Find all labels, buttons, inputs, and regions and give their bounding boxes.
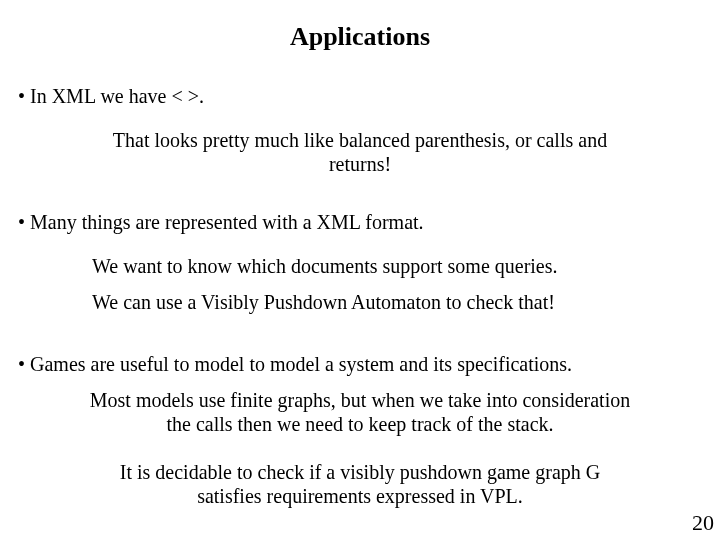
line-balanced-1: That looks pretty much like balanced par… bbox=[0, 128, 720, 152]
line-models-2: the calls then we need to keep track of … bbox=[0, 412, 720, 436]
line-queries: We want to know which documents support … bbox=[92, 254, 558, 278]
bullet-many-things: Many things are represented with a XML f… bbox=[18, 210, 424, 234]
slide-title: Applications bbox=[0, 22, 720, 52]
line-decidable-2: satisfies requirements expressed in VPL. bbox=[0, 484, 720, 508]
line-decidable-1: It is decidable to check if a visibly pu… bbox=[0, 460, 720, 484]
line-balanced-2: returns! bbox=[0, 152, 720, 176]
bullet-xml: In XML we have < >. bbox=[18, 84, 204, 108]
line-models-1: Most models use finite graphs, but when … bbox=[0, 388, 720, 412]
page-number: 20 bbox=[692, 510, 714, 536]
line-vpa: We can use a Visibly Pushdown Automaton … bbox=[92, 290, 555, 314]
bullet-games: Games are useful to model to model a sys… bbox=[18, 352, 572, 376]
slide: Applications In XML we have < >. That lo… bbox=[0, 0, 720, 540]
